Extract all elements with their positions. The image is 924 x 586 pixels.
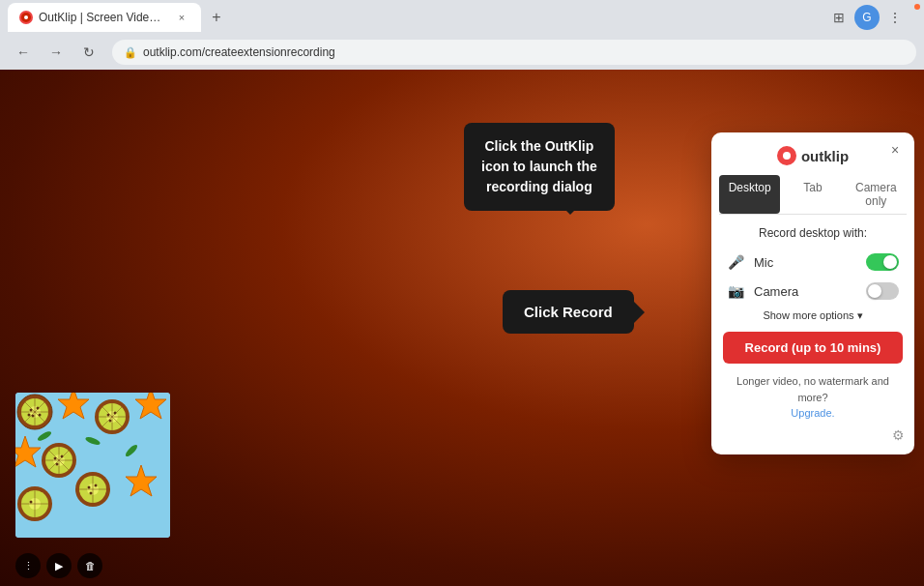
upgrade-description: Longer video, no watermark and more? (736, 375, 889, 403)
mic-toggle-knob (883, 255, 897, 269)
address-text: outklip.com/createextensionrecording (143, 45, 335, 59)
svg-point-46 (88, 486, 91, 489)
svg-point-37 (56, 463, 59, 466)
tooltip1-line2: icon to launch the (481, 159, 597, 174)
address-input[interactable]: 🔒 outklip.com/createextensionrecording (112, 40, 916, 65)
svg-point-25 (109, 420, 112, 423)
thumbnail-play-button[interactable]: ▶ (46, 553, 72, 578)
thumbnail-controls: ⋮ ▶ 🗑 (15, 553, 102, 578)
show-more-options[interactable]: Show more options ▾ (711, 309, 914, 322)
logo-text: outklip (801, 148, 849, 164)
tab-camera-only[interactable]: Camera only (846, 175, 907, 214)
dialog-tabs: Desktop Tab Camera only (719, 175, 907, 215)
camera-icon: 📷 (727, 283, 744, 299)
svg-point-13 (39, 414, 42, 417)
profile-button[interactable]: G (854, 5, 880, 30)
svg-point-35 (54, 457, 57, 460)
logo-icon (777, 146, 796, 165)
camera-label: Camera (754, 284, 856, 299)
svg-point-1 (24, 15, 28, 19)
dialog-header: outklip (711, 132, 914, 175)
tooltip2-text: Click Record (524, 304, 613, 320)
tab-close-button[interactable]: × (174, 10, 189, 25)
status-dot (912, 2, 922, 12)
browser-frame: OutKlip | Screen Video Recor... × + ⊞ G … (0, 0, 924, 586)
camera-toggle-knob (868, 284, 881, 298)
title-bar: OutKlip | Screen Video Recor... × + ⊞ G … (0, 0, 924, 35)
address-bar: ← → ↻ 🔒 outklip.com/createextensionrecor… (0, 35, 924, 70)
tooltip-launch-dialog: Click the OutKlip icon to launch the rec… (464, 123, 615, 211)
tab-title: OutKlip | Screen Video Recor... (39, 11, 164, 24)
svg-point-10 (30, 409, 33, 412)
upgrade-link[interactable]: Upgrade. (791, 407, 834, 419)
camera-option-row: 📷 Camera (711, 278, 914, 304)
record-with-label: Record desktop with: (711, 226, 914, 240)
main-content: Click the OutKlip icon to launch the rec… (0, 70, 924, 586)
mic-icon: 🎤 (727, 254, 744, 270)
svg-point-36 (61, 455, 64, 458)
window-controls-right: ⊞ G ⋮ (825, 4, 909, 31)
extensions-button[interactable]: ⊞ (825, 4, 852, 31)
upgrade-text: Longer video, no watermark and more? Upg… (711, 373, 914, 422)
mic-label: Mic (754, 255, 856, 270)
tooltip-click-record: Click Record (503, 290, 634, 334)
new-tab-button[interactable]: + (205, 6, 228, 29)
reload-button[interactable]: ↻ (73, 37, 104, 68)
nav-controls: ← → ↻ (8, 37, 104, 68)
tab-favicon (19, 11, 33, 24)
svg-point-48 (90, 492, 93, 495)
menu-button[interactable]: ⋮ (881, 4, 909, 31)
thumbnail-image (15, 393, 170, 538)
record-button[interactable]: Record (up to 10 mins) (723, 332, 903, 364)
settings-icon[interactable]: ⚙ (892, 427, 905, 443)
back-button[interactable]: ← (8, 37, 39, 68)
outklip-dialog: × outklip Desktop Tab Camera only Record… (711, 132, 914, 454)
tab-desktop[interactable]: Desktop (719, 175, 780, 214)
svg-point-24 (114, 412, 117, 415)
browser-tab[interactable]: OutKlip | Screen Video Recor... × (8, 3, 201, 32)
lock-icon: 🔒 (124, 46, 137, 59)
outklip-logo: outklip (777, 146, 849, 165)
thumbnail-delete-button[interactable]: 🗑 (77, 553, 102, 578)
svg-point-23 (107, 414, 110, 417)
tooltip1-line1: Click the OutKlip (484, 138, 593, 154)
tab-area: OutKlip | Screen Video Recor... × + (8, 3, 822, 32)
dialog-close-button[interactable]: × (885, 140, 905, 160)
svg-point-14 (28, 414, 31, 417)
camera-toggle[interactable] (866, 282, 899, 300)
thumbnail-container (15, 393, 170, 538)
tab-tab[interactable]: Tab (782, 175, 843, 214)
mic-option-row: 🎤 Mic (711, 249, 914, 275)
settings-row: ⚙ (711, 422, 914, 443)
mic-toggle[interactable] (866, 253, 899, 271)
svg-point-12 (32, 415, 35, 418)
forward-button[interactable]: → (41, 37, 72, 68)
svg-point-47 (95, 484, 98, 487)
svg-point-11 (37, 407, 40, 410)
thumbnail-menu-button[interactable]: ⋮ (15, 553, 41, 578)
svg-point-55 (30, 501, 33, 504)
tooltip1-line3: recording dialog (486, 179, 592, 194)
